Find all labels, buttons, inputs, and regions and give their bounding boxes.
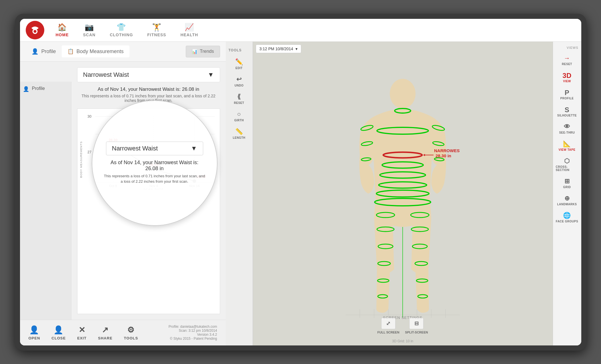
body-3d-view: 3:12 PM 10/8/2014 ▾ <box>253 42 553 345</box>
magnifier-overlay: Narrowest Waist ▼ As of Nov 14, your Nar… <box>92 100 217 226</box>
main-area: 👤 Profile 📋 Body Measurements 📊 Trends <box>20 42 581 345</box>
length-icon: 📏 <box>235 128 243 135</box>
reset-tool-icon: ⟪ <box>237 93 241 100</box>
edit-label: EDIT <box>235 67 243 70</box>
nav-home[interactable]: 🏠 HOME <box>50 21 75 39</box>
full-screen-icon: ⤢ <box>381 318 396 329</box>
tool-length[interactable]: 📏 LENGTH <box>227 126 251 142</box>
view-reset[interactable]: → RESET <box>554 52 580 68</box>
svg-text:BODY MEASUREMENTS: BODY MEASUREMENTS <box>79 141 83 178</box>
reset-tool-label: RESET <box>234 101 244 104</box>
view-crosssection[interactable]: ⬡ CROSS-SECTION <box>554 155 580 174</box>
profile-sidebar-label: Profile <box>32 86 45 91</box>
magnifier-dropdown-label: Narrowest Waist <box>112 145 158 152</box>
nav-clothing[interactable]: 👕 CLOTHING <box>104 21 139 39</box>
close-button[interactable]: 👤 CLOSE <box>51 325 66 340</box>
datetime-bar[interactable]: 3:12 PM 10/8/2014 ▾ <box>256 45 301 53</box>
body-measurements-tab[interactable]: 📋 Body Measurements <box>62 45 129 57</box>
landmarks-icon: ⊕ <box>564 195 570 202</box>
edit-icon: ✏️ <box>235 58 243 66</box>
view-reset-label: RESET <box>562 63 572 66</box>
health-icon: 📈 <box>185 23 194 32</box>
view-profile[interactable]: P PROFILE <box>554 87 580 102</box>
grid-label: 3D Grid: 10 in <box>392 339 413 343</box>
undo-label: UNDO <box>235 84 243 87</box>
exit-button[interactable]: ✕ EXIT <box>77 325 87 340</box>
view-3d-icon: 3D <box>562 72 572 80</box>
tools-panel-title: Tools <box>227 46 251 55</box>
body-svg: NARROWEST WAIST 28.30 in <box>346 75 460 318</box>
home-icon: 🏠 <box>57 23 67 32</box>
nav-scan[interactable]: 📷 SCAN <box>77 21 101 39</box>
view-p-icon: P <box>565 89 570 97</box>
svg-text:28.30 in: 28.30 in <box>436 153 451 158</box>
view-grid[interactable]: ⊞ GRID <box>554 175 580 191</box>
magnifier-substat: This represents a loss of 0.71 inches fr… <box>104 173 205 184</box>
clothing-icon: 👕 <box>117 23 126 32</box>
bottom-info: Profile: danielaa@tukatech.com Scan: 3:1… <box>169 325 217 341</box>
dropdown-selected: Narrowest Waist <box>83 71 129 79</box>
view-reset-icon: → <box>564 55 570 62</box>
seethru-icon: 👁 <box>564 123 570 130</box>
exit-icon: ✕ <box>79 325 85 335</box>
split-screen-button[interactable]: ⊟ SPLIT-SCREEN <box>405 318 428 334</box>
share-button[interactable]: ↗ SHARE <box>98 325 113 340</box>
nav-fitness[interactable]: 🏋 FITNESS <box>141 21 172 39</box>
view-tape-label: VIEW TAPE <box>559 148 576 151</box>
left-panel: 👤 Profile 📋 Body Measurements 📊 Trends <box>20 42 226 345</box>
trends-label: Trends <box>200 49 214 54</box>
screen-settings: ⤢ FULL SCREEN ⊟ SPLIT-SCREEN <box>253 318 553 334</box>
profile-tab[interactable]: 👤 Profile <box>26 45 62 58</box>
body-measurements-label: Body Measurements <box>77 49 124 55</box>
measurement-dropdown[interactable]: Narrowest Waist ▼ <box>77 67 220 82</box>
app-version: Version 3.4.2 <box>169 333 217 337</box>
view-seethru-label: SEE-THRU <box>559 131 575 134</box>
tool-undo[interactable]: ↩ UNDO <box>227 73 251 89</box>
view-silhouette[interactable]: S SILHOUETTE <box>554 104 580 119</box>
full-screen-button[interactable]: ⤢ FULL SCREEN <box>378 318 400 334</box>
chart-container: BODY MEASUREMENTS 30 27 <box>77 108 220 314</box>
device-frame: 🏠 HOME 📷 SCAN 👕 CLOTHING 🏋 FITNESS 📈 <box>15 14 586 351</box>
tool-edit[interactable]: ✏️ EDIT <box>227 56 251 72</box>
open-label: OPEN <box>29 336 40 340</box>
svg-text:NARROWEST WAIST: NARROWEST WAIST <box>434 148 460 153</box>
logo <box>26 21 44 39</box>
app-copyright: © Styku 2015 - Patent Pending <box>169 337 217 341</box>
profile-info-label: Profile: <box>169 325 179 329</box>
open-button[interactable]: 👤 OPEN <box>29 325 40 340</box>
view-3d[interactable]: 3D VIEW <box>554 69 580 85</box>
svg-text:30: 30 <box>87 114 91 118</box>
top-nav: 🏠 HOME 📷 SCAN 👕 CLOTHING 🏋 FITNESS 📈 <box>20 19 581 42</box>
view-facegroups-label: FACE GROUPS <box>556 220 578 223</box>
view-s-icon: S <box>565 106 570 114</box>
girth-icon: ○ <box>237 110 241 118</box>
views-label: Views <box>554 45 580 51</box>
tools-panel: Tools ✏️ EDIT ↩ UNDO ⟪ RESET ○ <box>226 42 253 345</box>
view-facegroups[interactable]: 🌐 FACE GROUPS <box>554 210 580 225</box>
datetime-value: 3:12 PM 10/8/2014 <box>259 47 293 51</box>
view-crosssection-label: CROSS-SECTION <box>556 165 578 172</box>
view-seethru[interactable]: 👁 SEE-THRU <box>554 121 580 136</box>
crosssection-icon: ⬡ <box>564 157 570 165</box>
share-icon: ↗ <box>102 325 109 335</box>
fitness-icon: 🏋 <box>152 23 161 32</box>
profile-sidebar: 👤 Profile <box>20 82 71 320</box>
svg-point-2 <box>33 30 36 33</box>
nav-items: 🏠 HOME 📷 SCAN 👕 CLOTHING 🏋 FITNESS 📈 <box>50 21 576 39</box>
tools-button[interactable]: ⚙ TOOLS <box>124 325 138 340</box>
share-label: SHARE <box>98 336 113 340</box>
tools-icon: ⚙ <box>127 325 135 335</box>
tool-girth[interactable]: ○ GIRTH <box>227 108 251 124</box>
view-landmarks[interactable]: ⊕ LANDMARKS <box>554 192 580 208</box>
length-label: LENGTH <box>233 136 245 139</box>
view-grid-label: GRID <box>563 186 571 189</box>
tool-reset[interactable]: ⟪ RESET <box>227 91 251 107</box>
view-silhouette-label: SILHOUETTE <box>557 114 577 117</box>
nav-health[interactable]: 📈 HEALTH <box>175 21 204 39</box>
views-sidebar: Views → RESET 3D VIEW P PROFILE S <box>553 42 581 345</box>
view-tape[interactable]: 📐 VIEW TAPE <box>554 138 580 154</box>
magnifier-dropdown[interactable]: Narrowest Waist ▼ <box>106 142 203 155</box>
view-3d-label: VIEW <box>563 80 571 83</box>
exit-label: EXIT <box>77 336 87 340</box>
trends-button[interactable]: 📊 Trends <box>186 46 220 57</box>
